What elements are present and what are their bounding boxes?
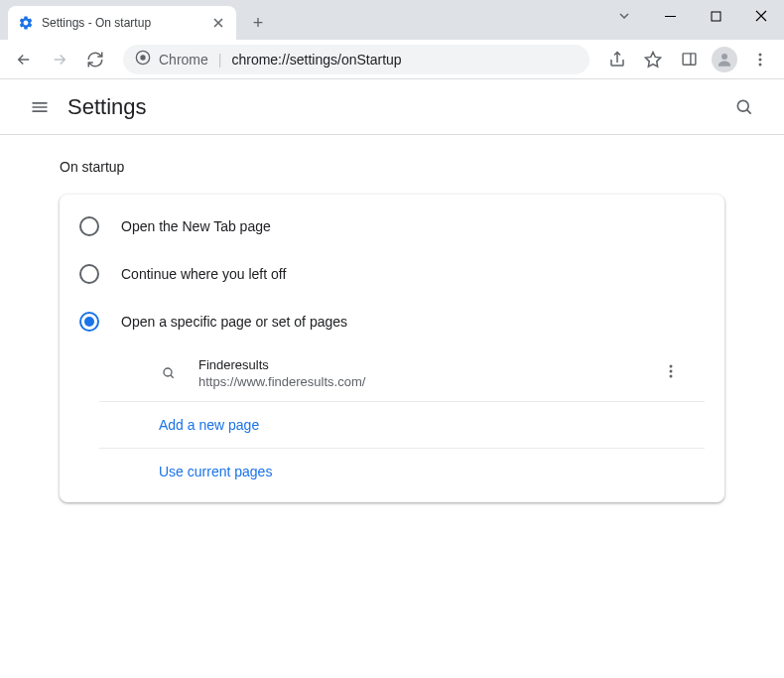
address-bar[interactable]: Chrome | chrome://settings/onStartup [123,45,589,74]
titlebar: Settings - On startup + [0,0,784,40]
more-options-icon[interactable] [657,357,685,389]
tab-search-icon[interactable] [601,0,647,32]
page-title: Settings [67,94,147,120]
radio-specific-pages[interactable]: Open a specific page or set of pages [60,298,724,345]
page-favicon-icon [159,365,179,381]
svg-point-15 [670,375,673,378]
svg-point-7 [759,58,762,61]
hamburger-icon[interactable] [20,87,60,127]
svg-point-6 [759,53,762,56]
close-window-button[interactable] [738,0,784,32]
url-text: Chrome | chrome://settings/onStartup [159,52,402,68]
url-path: chrome://settings/onStartup [231,52,401,68]
minimize-button[interactable] [647,0,693,32]
add-page-link: Add a new page [159,417,259,433]
use-current-link: Use current pages [159,464,272,479]
content-area: On startup Open the New Tab page Continu… [0,135,784,526]
search-icon[interactable] [724,87,764,127]
share-icon[interactable] [601,44,633,75]
new-tab-button[interactable]: + [244,9,272,37]
window-controls [601,0,784,32]
forward-button[interactable] [44,44,75,75]
section-title: On startup [60,159,724,175]
page-name: Finderesults [198,357,657,372]
startup-page-entry: Finderesults https://www.finderesults.co… [99,345,705,402]
back-button[interactable] [8,44,40,75]
svg-point-14 [670,370,673,373]
radio-new-tab[interactable]: Open the New Tab page [60,203,724,250]
svg-line-10 [747,109,751,113]
profile-button[interactable] [709,44,740,75]
url-divider: | [218,52,222,68]
radio-label: Continue where you left off [121,266,286,282]
radio-icon [79,264,99,284]
bookmark-icon[interactable] [637,44,669,75]
settings-card: Open the New Tab page Continue where you… [60,195,724,502]
tab-title: Settings - On startup [42,16,202,30]
side-panel-icon[interactable] [673,44,705,75]
svg-rect-0 [712,12,720,21]
radio-icon [79,216,99,236]
url-scheme: Chrome [159,52,208,68]
radio-icon-selected [79,312,99,332]
svg-point-9 [737,100,748,111]
menu-icon[interactable] [744,44,776,75]
maximize-button[interactable] [693,0,738,32]
page-url: https://www.finderesults.com/ [198,374,657,389]
radio-label: Open a specific page or set of pages [121,314,347,330]
browser-toolbar: Chrome | chrome://settings/onStartup [0,40,784,79]
avatar-icon [712,47,737,72]
svg-point-11 [164,368,172,376]
site-info-icon[interactable] [135,50,151,69]
svg-rect-3 [683,54,696,65]
browser-tab[interactable]: Settings - On startup [8,6,236,40]
use-current-row[interactable]: Use current pages [99,449,705,494]
reload-button[interactable] [79,44,111,75]
radio-label: Open the New Tab page [121,218,271,234]
close-tab-icon[interactable] [210,15,226,31]
svg-point-2 [140,55,145,60]
svg-point-8 [759,63,762,66]
svg-line-12 [171,375,174,378]
svg-point-13 [670,365,673,368]
add-page-row[interactable]: Add a new page [99,402,705,449]
radio-continue[interactable]: Continue where you left off [60,250,724,298]
gear-icon [18,15,34,31]
svg-point-5 [721,54,727,60]
settings-header: Settings [0,79,784,135]
